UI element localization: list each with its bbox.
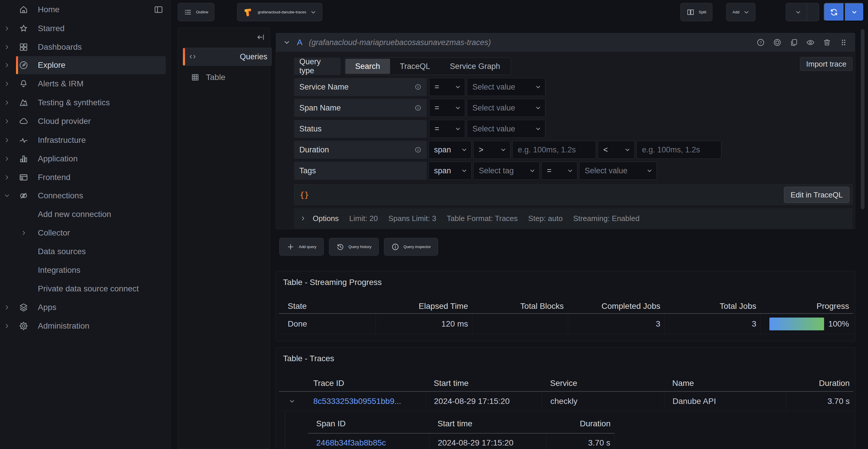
tab-service-graph[interactable]: Service Graph (440, 59, 510, 74)
column-header[interactable]: Elapsed Time (375, 299, 472, 313)
chevron-right-icon[interactable] (3, 44, 10, 51)
query-inspector-button[interactable]: Query inspector (384, 238, 438, 256)
column-header[interactable]: Completed Jobs (568, 299, 664, 313)
chevron-right-icon[interactable] (3, 62, 10, 69)
column-header[interactable]: Trace ID (305, 376, 426, 391)
sidebar-item-integrations[interactable]: Integrations (0, 262, 170, 279)
options-summary[interactable]: Options Limit: 20 Spans Limit: 3 Table F… (294, 208, 852, 229)
service-name-operator-select[interactable]: = (429, 78, 465, 96)
chevron-right-icon[interactable] (3, 155, 10, 162)
datasource-picker[interactable]: grafanacloud-danube-traces (237, 3, 322, 21)
edit-in-traceql-button[interactable]: Edit in TraceQL (784, 187, 849, 203)
time-range-button[interactable] (786, 3, 807, 21)
column-header[interactable]: Progress (761, 299, 853, 313)
sidebar-item-application[interactable]: Application (0, 150, 170, 167)
duration-max-operator-select[interactable]: < (598, 141, 635, 159)
info-icon[interactable] (414, 104, 422, 111)
column-header[interactable]: Duration (786, 376, 854, 391)
column-header[interactable]: State (279, 299, 375, 313)
duration-scope-select[interactable]: span (429, 141, 471, 159)
chevron-right-icon[interactable] (3, 174, 10, 181)
tab-traceql[interactable]: TraceQL (390, 59, 440, 74)
span-id-link[interactable]: 2468b34f3ab8b85c (316, 438, 386, 448)
sidebar-item-data-sources[interactable]: Data sources (0, 243, 170, 260)
sidebar-item-infrastructure[interactable]: Infrastructure (0, 132, 170, 149)
drag-handle-icon[interactable] (839, 38, 848, 47)
column-header[interactable]: Service (542, 376, 664, 391)
help-icon[interactable]: ? (756, 38, 765, 47)
column-header[interactable]: Start time (426, 376, 542, 391)
service-name-value-select[interactable]: Select value (467, 78, 546, 96)
outline-item-queries[interactable]: Queries (183, 48, 272, 66)
chevron-right-icon[interactable] (3, 304, 10, 311)
table-grid-icon (191, 73, 199, 82)
sidebar-item-home[interactable]: Home (0, 1, 170, 18)
outline-button[interactable]: Outline (178, 3, 214, 21)
column-header[interactable]: Name (664, 376, 786, 391)
column-header[interactable]: Duration (546, 411, 615, 434)
tags-operator-select[interactable]: = (541, 162, 578, 180)
collapse-row-chevron-icon[interactable] (279, 392, 305, 411)
chevron-right-icon[interactable] (3, 80, 10, 87)
trash-icon[interactable] (823, 38, 831, 47)
duration-min-operator-select[interactable]: > (473, 141, 510, 159)
tab-search[interactable]: Search (345, 59, 390, 74)
column-header[interactable]: Total Blocks (472, 299, 568, 313)
zoom-out-time-button[interactable] (807, 3, 819, 21)
tags-value-select[interactable]: Select value (579, 162, 657, 180)
add-query-button[interactable]: Add query (279, 238, 324, 256)
traces-panel: Table - Traces Trace ID Start time Servi… (276, 347, 855, 449)
sidebar-item-alerts-irm[interactable]: Alerts & IRM (0, 75, 170, 92)
status-value-select[interactable]: Select value (467, 120, 546, 138)
chevron-right-icon[interactable] (3, 99, 10, 106)
info-icon[interactable] (414, 84, 422, 90)
info-icon[interactable] (414, 146, 422, 153)
sidebar-item-add-new-connection[interactable]: Add new connection (0, 206, 170, 223)
chevron-down-icon[interactable] (3, 192, 10, 199)
collapse-outline-icon[interactable] (256, 33, 266, 42)
column-header[interactable]: Total Jobs (664, 299, 761, 313)
sidebar-item-starred[interactable]: Starred (0, 20, 170, 37)
split-button[interactable]: Split (680, 3, 712, 21)
outline-item-table[interactable]: Table (181, 69, 270, 86)
sidebar-item-administration[interactable]: Administration (0, 318, 170, 334)
query-type-row: Query type Search TraceQL Service Graph (294, 58, 852, 75)
chevron-right-icon[interactable] (20, 229, 27, 236)
column-header[interactable]: Span ID (308, 411, 429, 434)
duration-min-input[interactable] (512, 141, 596, 159)
chevron-right-icon[interactable] (3, 118, 10, 125)
sidebar-item-testing-synthetics[interactable]: k6 Testing & synthetics (0, 94, 170, 111)
chevron-right-icon[interactable] (3, 25, 10, 32)
sidebar-item-dashboards[interactable]: Dashboards (0, 39, 170, 56)
eye-icon[interactable] (806, 38, 815, 47)
span-name-value-select[interactable]: Select value (467, 99, 546, 117)
query-row-header[interactable]: A (grafanacloud-mariapruebacosasunavezma… (276, 33, 855, 52)
import-trace-button[interactable]: Import trace (800, 57, 852, 71)
sidebar-item-connections[interactable]: Connections (0, 187, 170, 204)
duration-max-input[interactable] (637, 141, 721, 159)
copy-query-icon[interactable] (789, 38, 798, 47)
add-dropdown-button[interactable]: Add (726, 3, 755, 21)
sidebar-item-private-data-source-connect[interactable]: Private data source connect (0, 280, 170, 297)
sidebar-item-collector[interactable]: Collector (0, 224, 170, 242)
tags-scope-select[interactable]: span (429, 162, 471, 180)
disable-query-icon[interactable] (773, 38, 782, 47)
query-history-button[interactable]: Query history (329, 238, 379, 256)
column-header[interactable]: Start time (429, 411, 546, 434)
sidebar-item-cloud-provider[interactable]: Cloud provider (0, 113, 170, 130)
refresh-interval-dropdown[interactable] (845, 3, 864, 21)
status-operator-select[interactable]: = (429, 120, 465, 138)
collapse-query-chevron-icon[interactable] (283, 39, 290, 46)
vertical-scrollbar[interactable] (861, 29, 865, 448)
star-icon (19, 24, 29, 33)
sidebar-item-explore[interactable]: Explore (0, 57, 170, 73)
sidebar-item-frontend[interactable]: Frontend (0, 169, 170, 186)
trace-id-link[interactable]: 8c5333253b09551bb9... (313, 397, 401, 406)
span-name-operator-select[interactable]: = (429, 99, 465, 117)
chevron-right-icon[interactable] (3, 322, 10, 329)
scrollbar-thumb[interactable] (861, 29, 865, 210)
sidebar-item-apps[interactable]: Apps (0, 299, 170, 316)
tags-tag-select[interactable]: Select tag (473, 162, 539, 180)
refresh-icon[interactable] (824, 3, 844, 21)
chevron-right-icon[interactable] (3, 137, 10, 143)
